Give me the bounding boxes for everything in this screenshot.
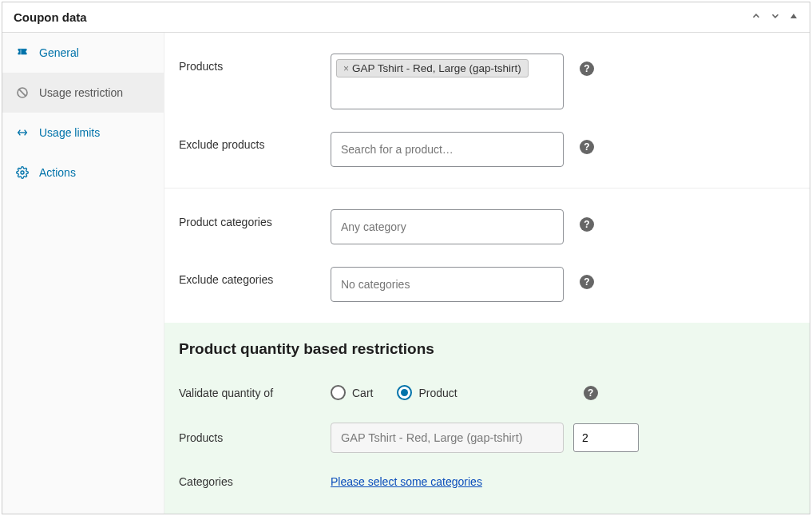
row-products: Products × GAP Tshirt - Red, Large (gap-… xyxy=(164,42,810,121)
move-down-icon[interactable] xyxy=(770,10,781,24)
sidebar-item-general[interactable]: General xyxy=(2,33,164,73)
validate-quantity-options: Cart Product ? xyxy=(331,385,598,400)
content-area: Products × GAP Tshirt - Red, Large (gap-… xyxy=(164,33,810,514)
quantity-restriction-section: Product quantity based restrictions Vali… xyxy=(164,323,810,514)
remove-tag-icon[interactable]: × xyxy=(343,63,349,74)
sidebar-item-label: General xyxy=(39,46,79,59)
radio-product[interactable]: Product xyxy=(397,385,457,400)
sidebar-item-usage-restriction[interactable]: Usage restriction xyxy=(2,73,164,113)
panel-body: General Usage restriction Usage limits A… xyxy=(2,33,810,514)
svg-point-4 xyxy=(21,171,24,174)
svg-line-2 xyxy=(19,89,26,97)
restriction-form: Products × GAP Tshirt - Red, Large (gap-… xyxy=(164,33,810,188)
exclude-products-label: Exclude products xyxy=(179,132,331,151)
gear-icon xyxy=(15,165,30,180)
ban-icon xyxy=(15,85,30,100)
qty-categories-label: Categories xyxy=(179,475,331,488)
exclude-categories-label: Exclude categories xyxy=(179,267,331,286)
sidebar-item-usage-limits[interactable]: Usage limits xyxy=(2,113,164,153)
radio-icon xyxy=(331,385,346,400)
sidebar-item-label: Actions xyxy=(39,166,76,179)
qty-product-readonly: GAP Tshirt - Red, Large (gap-tshirt) xyxy=(331,423,564,453)
qty-value-input[interactable] xyxy=(573,423,639,452)
row-qty-products: Products GAP Tshirt - Red, Large (gap-ts… xyxy=(179,411,795,464)
products-select[interactable]: × GAP Tshirt - Red, Large (gap-tshirt) xyxy=(331,54,564,109)
products-label: Products xyxy=(179,54,331,73)
limits-icon xyxy=(15,125,30,140)
radio-label: Cart xyxy=(352,387,373,399)
collapse-icon[interactable] xyxy=(789,11,798,23)
radio-icon xyxy=(397,385,412,400)
help-icon[interactable]: ? xyxy=(584,386,598,400)
panel-title: Coupon data xyxy=(14,10,87,24)
help-icon[interactable]: ? xyxy=(580,140,594,154)
row-exclude-products: Exclude products Search for a product… ? xyxy=(164,121,810,178)
radio-cart[interactable]: Cart xyxy=(331,385,373,400)
sidebar-item-actions[interactable]: Actions xyxy=(2,153,164,193)
help-icon[interactable]: ? xyxy=(580,275,594,289)
help-icon[interactable]: ? xyxy=(580,217,594,232)
exclude-categories-select[interactable]: No categories xyxy=(331,267,564,302)
product-categories-label: Product categories xyxy=(179,209,331,228)
product-categories-select[interactable]: Any category xyxy=(331,209,564,244)
coupon-data-panel: Coupon data General xyxy=(2,2,810,514)
qty-section-title: Product quantity based restrictions xyxy=(179,340,795,358)
row-validate-quantity: Validate quantity of Cart Product ? xyxy=(179,374,795,411)
qty-products-label: Products xyxy=(179,431,331,444)
move-up-icon[interactable] xyxy=(751,10,762,24)
help-icon[interactable]: ? xyxy=(580,62,594,76)
radio-label: Product xyxy=(418,387,457,399)
row-product-categories: Product categories Any category ? xyxy=(164,198,810,256)
sidebar: General Usage restriction Usage limits A… xyxy=(2,33,164,514)
panel-header-controls xyxy=(751,10,798,24)
row-exclude-categories: Exclude categories No categories ? xyxy=(164,256,810,313)
validate-quantity-label: Validate quantity of xyxy=(179,387,331,399)
select-categories-link[interactable]: Please select some categories xyxy=(331,475,482,488)
placeholder-text: No categories xyxy=(336,275,414,294)
sidebar-item-label: Usage restriction xyxy=(39,86,123,99)
row-qty-categories: Categories Please select some categories xyxy=(179,464,795,499)
panel-header: Coupon data xyxy=(2,2,810,33)
tag-label: GAP Tshirt - Red, Large (gap-tshirt) xyxy=(352,62,521,74)
placeholder-text: Any category xyxy=(336,217,411,236)
categories-form: Product categories Any category ? Exclud… xyxy=(164,189,810,323)
ticket-icon xyxy=(15,46,30,60)
placeholder-text: Search for a product… xyxy=(336,140,458,159)
sidebar-item-label: Usage limits xyxy=(39,126,100,139)
svg-marker-0 xyxy=(790,14,797,18)
exclude-products-select[interactable]: Search for a product… xyxy=(331,132,564,167)
product-tag[interactable]: × GAP Tshirt - Red, Large (gap-tshirt) xyxy=(336,59,529,77)
